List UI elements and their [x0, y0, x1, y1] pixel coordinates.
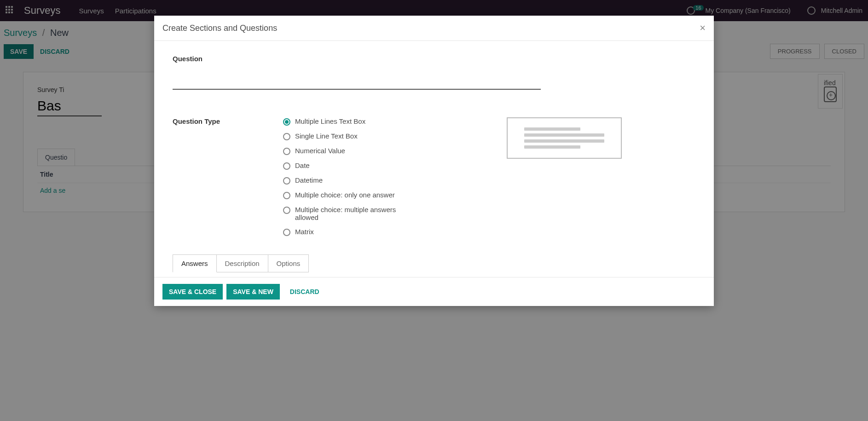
modal-title: Create Sections and Questions: [162, 23, 277, 33]
type-single-line[interactable]: Single Line Text Box: [283, 132, 415, 140]
question-type-options: Multiple Lines Text Box Single Line Text…: [283, 117, 415, 221]
radio-icon: [283, 192, 290, 199]
radio-icon: [283, 148, 290, 155]
question-label: Question: [173, 55, 695, 63]
modal-overlay: Create Sections and Questions × Question…: [0, 0, 868, 221]
type-datetime[interactable]: Datetime: [283, 176, 415, 185]
radio-icon: [283, 207, 290, 214]
type-numerical[interactable]: Numerical Value: [283, 147, 415, 155]
question-input[interactable]: [173, 75, 541, 90]
close-icon[interactable]: ×: [700, 22, 706, 34]
modal-header: Create Sections and Questions ×: [154, 16, 714, 41]
type-mc-multiple[interactable]: Multiple choice: multiple answers allowe…: [283, 206, 415, 221]
radio-icon: [283, 118, 290, 126]
modal-body: Question Question Type Multiple Lines Te…: [154, 41, 714, 221]
question-type-label: Question Type: [173, 117, 246, 125]
radio-icon: [283, 133, 290, 140]
question-type-preview: [507, 117, 622, 159]
radio-icon: [283, 177, 290, 185]
radio-icon: [283, 162, 290, 170]
type-multiple-lines[interactable]: Multiple Lines Text Box: [283, 117, 415, 126]
modal-dialog: Create Sections and Questions × Question…: [154, 16, 714, 221]
type-mc-single[interactable]: Multiple choice: only one answer: [283, 191, 415, 199]
type-date[interactable]: Date: [283, 161, 415, 170]
